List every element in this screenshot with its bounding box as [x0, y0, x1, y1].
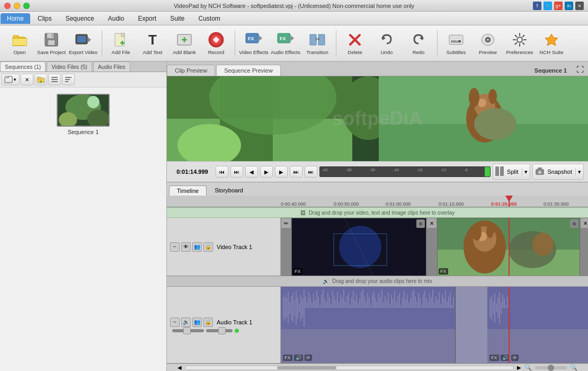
scrollbar-thumb[interactable]	[277, 366, 336, 369]
audio-minus-btn[interactable]: −	[170, 317, 180, 327]
menu-item-audio[interactable]: Audio	[102, 13, 131, 24]
svg-marker-22	[259, 36, 262, 41]
audio-lock-btn[interactable]: 🔒	[203, 317, 213, 327]
track-eye-btn[interactable]: 👁	[181, 242, 191, 252]
fullscreen-button[interactable]: ⛶	[572, 63, 588, 76]
tab-audio-files[interactable]: Audio Files	[93, 61, 130, 72]
subtitles-label: Subtitles	[447, 49, 466, 55]
li-icon: in	[565, 2, 573, 10]
clip-1[interactable]: ✕ FX	[291, 218, 426, 276]
scroll-right-btn[interactable]: ▶	[517, 365, 521, 370]
audio-mute-btn[interactable]: 🔈	[181, 317, 191, 327]
h-scrollbar[interactable]: ◀ ▶ 🔍 🔍	[167, 364, 588, 371]
clip-2-x[interactable]: ✕	[570, 219, 578, 228]
transition-button[interactable]: ✂ Transition	[302, 28, 333, 59]
preview-controls: 0:01:14.999 ⏮ ⏭ ◀ ▶ ▶ ⏭ ⏭ -42-36-30-24-1…	[167, 161, 588, 182]
skip-start-button[interactable]: ⏮	[216, 166, 228, 178]
tab-clip-preview[interactable]: Clip Preview	[167, 65, 215, 76]
zoom-out-icon[interactable]: 🔍	[524, 364, 532, 371]
transition-label: Transition	[306, 49, 328, 55]
menu-item-export[interactable]: Export	[131, 13, 163, 24]
video-effects-button[interactable]: FX Video Effects	[238, 28, 269, 59]
sequence-item[interactable]: Sequence 1	[2, 90, 164, 139]
audio-volume-slider[interactable]	[172, 329, 204, 332]
audio-fx-2[interactable]: FX	[489, 355, 499, 361]
delete-button[interactable]: Delete	[340, 28, 370, 59]
toolbar: Open Save Project Export Video Add File …	[0, 25, 588, 61]
scrollbar-track[interactable]	[185, 366, 514, 370]
add-folder-btn[interactable]	[34, 74, 47, 85]
preferences-button[interactable]: Preferences	[504, 28, 535, 59]
track-lock-btn[interactable]: 🔒	[203, 242, 213, 252]
video-effects-label: Video Effects	[239, 49, 269, 55]
sequence-thumb	[57, 94, 110, 127]
add-blank-button[interactable]: Add Blank	[169, 28, 200, 59]
tab-video-files[interactable]: Video Files (5)	[47, 61, 92, 72]
next-frame-button[interactable]: ⏭	[290, 166, 302, 178]
record-button[interactable]: Record	[201, 28, 231, 59]
svg-rect-85	[538, 167, 542, 170]
play-back-button[interactable]: ◀	[245, 166, 258, 178]
skip-end-button[interactable]: ⏭	[305, 166, 317, 178]
subtitles-button[interactable]: SUB Subtitles	[441, 28, 471, 59]
play-forward-button[interactable]: ▶	[275, 166, 288, 178]
svg-point-64	[87, 96, 100, 108]
audio-det-1[interactable]: ⟳	[305, 355, 312, 361]
save-project-button[interactable]: Save Project	[36, 28, 67, 59]
menu-item-sequence[interactable]: Sequence	[59, 13, 101, 24]
snapshot-button[interactable]: Snapshot ▾	[532, 164, 584, 180]
split-dropdown-icon[interactable]: ▾	[522, 169, 530, 175]
menu-item-suite[interactable]: Suite	[164, 13, 191, 24]
preview-button[interactable]: Preview	[473, 28, 503, 59]
menu-item-clips[interactable]: Clips	[31, 13, 58, 24]
maximize-button[interactable]	[23, 3, 30, 9]
edit-icon: ✏	[281, 218, 291, 228]
select-btn[interactable]: ▼	[2, 74, 20, 85]
export-video-button[interactable]: Export Video	[68, 28, 99, 59]
track-group-btn[interactable]: 👥	[192, 242, 202, 252]
add-file-icon	[112, 31, 129, 48]
add-text-button[interactable]: T Add Text	[137, 28, 168, 59]
menu-item-custom[interactable]: Custom	[192, 13, 226, 24]
timeline-section: Timeline Storyboard 0:00:40.000 0:00:50.…	[167, 182, 588, 371]
prev-frame-button[interactable]: ⏭	[230, 166, 243, 178]
redo-button[interactable]: Redo	[403, 28, 434, 59]
track-minus-btn[interactable]: −	[170, 242, 180, 252]
add-file-button[interactable]: Add File	[105, 28, 136, 59]
clip-1-x[interactable]: ✕	[416, 219, 425, 228]
list-view-btn[interactable]	[48, 74, 61, 85]
nch-suite-label: NCH Suite	[540, 49, 564, 55]
audio-fx-1[interactable]: FX	[283, 355, 292, 361]
sort-btn[interactable]	[62, 74, 75, 85]
play-button[interactable]: ▶	[260, 166, 273, 178]
audio-pan-slider[interactable]	[206, 329, 233, 332]
save-project-label: Save Project	[37, 49, 66, 55]
audio-icon: 🔊	[323, 278, 329, 284]
audio-effects-button[interactable]: FX Audio Effects	[270, 28, 301, 59]
minimize-button[interactable]	[14, 3, 20, 9]
audio-det-2[interactable]: ⟳	[511, 355, 519, 361]
audio-vol-2[interactable]: 🔊	[501, 355, 510, 361]
scroll-left-btn[interactable]: ◀	[177, 365, 182, 370]
menu-item-home[interactable]: Home	[1, 13, 30, 24]
tab-storyboard[interactable]: Storyboard	[207, 185, 251, 196]
audio-group-btn[interactable]: 👥	[192, 317, 202, 327]
zoom-in-icon[interactable]: 🔍	[570, 364, 577, 371]
timeline-tabs: Timeline Storyboard	[167, 182, 588, 196]
tab-sequence-preview[interactable]: Sequence Preview	[216, 65, 281, 76]
snapshot-dropdown-icon[interactable]: ▾	[575, 169, 583, 175]
close-button[interactable]	[4, 3, 11, 9]
export-video-label: Export Video	[69, 49, 97, 55]
delete-sel-btn[interactable]: ✕	[21, 74, 33, 85]
undo-button[interactable]: Undo	[371, 28, 402, 59]
split-button[interactable]: Split ▾	[493, 164, 530, 180]
audio-clip-2[interactable]: FX 🔊 ⟳	[487, 287, 588, 363]
tab-sequences[interactable]: Sequences (1)	[0, 61, 46, 72]
audio-vol-1[interactable]: 🔊	[294, 355, 303, 361]
open-button[interactable]: Open	[4, 28, 35, 59]
add-blank-icon	[176, 31, 193, 48]
zoom-slider[interactable]	[535, 366, 567, 369]
audio-clip-1[interactable]: FX 🔊 ⟳	[281, 287, 456, 363]
tab-timeline[interactable]: Timeline	[169, 186, 207, 196]
nch-suite-button[interactable]: NCH Suite	[536, 28, 567, 59]
